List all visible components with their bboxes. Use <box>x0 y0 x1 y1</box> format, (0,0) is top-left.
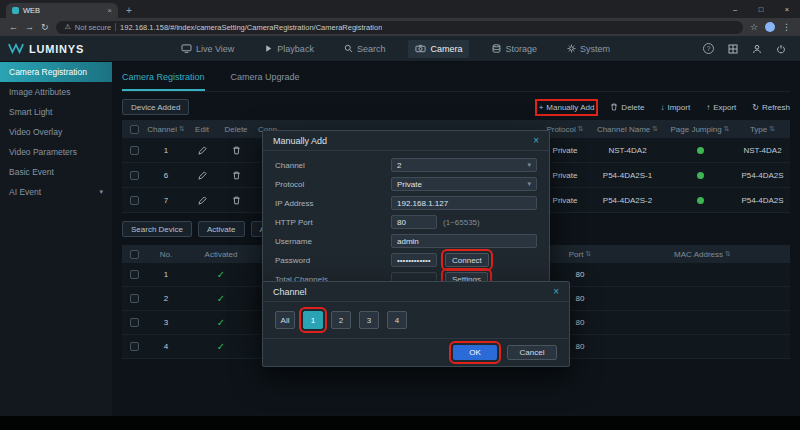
close-icon[interactable]: × <box>533 135 539 146</box>
nav-item-storage[interactable]: Storage <box>485 40 544 58</box>
ip-address-input[interactable]: 192.168.1.127 <box>391 196 537 210</box>
check-icon: ✓ <box>217 341 225 352</box>
select-all-checkbox[interactable] <box>130 250 139 259</box>
header-cell-mac[interactable]: MAC Address⇅ <box>615 245 790 263</box>
edit-icon[interactable] <box>198 171 207 180</box>
connect-button[interactable]: Connect <box>445 253 489 267</box>
nav-item-live-view[interactable]: Live View <box>174 40 241 58</box>
manually-add-button[interactable]: + Manually Add <box>539 103 595 112</box>
sort-icon[interactable]: ⇅ <box>652 125 658 133</box>
nav-item-camera[interactable]: Camera <box>408 40 469 58</box>
channel-option-all[interactable]: All <box>275 311 295 329</box>
row-checkbox[interactable] <box>130 270 139 279</box>
channel-option-4[interactable]: 4 <box>387 311 407 329</box>
cell-channel-name: NST-4DA2 <box>590 138 665 162</box>
header-cell-channel-name[interactable]: Channel Name⇅ <box>590 120 665 138</box>
channel-select[interactable]: 2 ▾ <box>391 158 537 172</box>
cell-select <box>122 335 146 358</box>
nav-item-search[interactable]: Search <box>337 40 393 58</box>
help-icon[interactable]: ? <box>703 43 714 54</box>
bookmark-star-icon[interactable]: ☆ <box>750 22 758 32</box>
minimize-button[interactable]: – <box>722 5 748 14</box>
user-icon[interactable] <box>752 44 762 54</box>
power-icon[interactable] <box>776 44 786 54</box>
password-input[interactable]: •••••••••••• <box>391 253 437 267</box>
channel-option-1[interactable]: 1 <box>303 311 323 329</box>
sidebar-item-smart-light[interactable]: Smart Light <box>0 102 112 122</box>
reload-button[interactable]: ↻ <box>41 22 49 32</box>
browser-menu-icon[interactable]: ⋮ <box>782 22 791 32</box>
channel-option-2[interactable]: 2 <box>331 311 351 329</box>
cell-edit <box>186 163 218 187</box>
new-tab-button[interactable]: + <box>126 5 132 18</box>
import-button[interactable]: ↓ Import <box>660 103 690 112</box>
header-cell-activated: Activated <box>186 245 256 263</box>
row-checkbox[interactable] <box>130 196 139 205</box>
maximize-button[interactable]: □ <box>748 5 774 14</box>
address-bar[interactable]: ⚠ Not secure 192.168.1.158/#/index/camer… <box>56 21 743 34</box>
search-device-button[interactable]: Search Device <box>122 221 192 237</box>
header-cell-channel[interactable]: Channel⇅ <box>146 120 186 138</box>
trash-icon[interactable] <box>232 196 241 205</box>
sidebar-item-ai-event[interactable]: AI Event▾ <box>0 182 112 202</box>
username-input[interactable]: admin <box>391 234 537 248</box>
layout-icon[interactable] <box>728 44 738 54</box>
back-button[interactable]: ← <box>9 22 18 32</box>
sidebar-item-video-parameters[interactable]: Video Parameters <box>0 142 112 162</box>
export-icon: ↑ <box>706 103 710 112</box>
row-checkbox[interactable] <box>130 294 139 303</box>
row-checkbox[interactable] <box>130 146 139 155</box>
refresh-icon: ↻ <box>752 103 759 112</box>
sidebar-item-image-attributes[interactable]: Image Attributes <box>0 82 112 102</box>
sidebar-item-basic-event[interactable]: Basic Event <box>0 162 112 182</box>
cell-mac <box>615 287 790 310</box>
header-cell-type[interactable]: Type⇅ <box>735 120 790 138</box>
http-port-input[interactable]: 80 <box>391 215 437 229</box>
browser-tab[interactable]: WEB × <box>6 3 118 18</box>
channel-options: All 1 2 3 4 <box>263 302 569 338</box>
bottom-strip <box>0 416 800 430</box>
refresh-button[interactable]: ↻ Refresh <box>752 103 790 112</box>
sort-icon[interactable]: ⇅ <box>578 125 584 133</box>
close-icon[interactable]: × <box>553 286 559 297</box>
forward-button[interactable]: → <box>25 22 34 32</box>
export-button[interactable]: ↑ Export <box>706 103 736 112</box>
window-controls: – □ × <box>722 0 800 18</box>
ok-button[interactable]: OK <box>453 345 497 360</box>
window-close-button[interactable]: × <box>774 5 800 14</box>
device-added-button[interactable]: Device Added <box>122 99 189 115</box>
sidebar-item-camera-registration[interactable]: Camera Registration <box>0 62 112 82</box>
row-checkbox[interactable] <box>130 318 139 327</box>
cancel-button[interactable]: Cancel <box>507 345 557 360</box>
dialog-title-bar: Manually Add × <box>263 131 549 151</box>
channel-option-3[interactable]: 3 <box>359 311 379 329</box>
profile-avatar[interactable] <box>765 22 775 32</box>
tab-camera-upgrade[interactable]: Camera Upgrade <box>231 72 300 91</box>
trash-icon <box>610 103 618 111</box>
sort-icon[interactable]: ⇅ <box>725 250 731 258</box>
activate-button[interactable]: Activate <box>198 221 244 237</box>
delete-button[interactable]: Delete <box>610 103 644 112</box>
trash-icon[interactable] <box>232 146 241 155</box>
trash-icon[interactable] <box>232 171 241 180</box>
sort-icon[interactable]: ⇅ <box>585 250 591 258</box>
row-checkbox[interactable] <box>130 342 139 351</box>
tab-camera-registration[interactable]: Camera Registration <box>122 72 205 91</box>
sort-icon[interactable]: ⇅ <box>724 125 730 133</box>
sort-icon[interactable]: ⇅ <box>179 125 185 133</box>
input-value: 192.168.1.127 <box>397 199 448 208</box>
select-all-checkbox[interactable] <box>130 125 139 134</box>
protocol-select[interactable]: Private ▾ <box>391 177 537 191</box>
nav-item-system[interactable]: System <box>560 40 617 58</box>
sort-icon[interactable]: ⇅ <box>769 125 775 133</box>
edit-icon[interactable] <box>198 196 207 205</box>
header-cell-port[interactable]: Port⇅ <box>545 245 615 263</box>
tab-close-icon[interactable]: × <box>107 6 112 15</box>
nav-item-playback[interactable]: Playback <box>257 40 321 58</box>
field-row: Channel 2 ▾ <box>263 156 549 174</box>
sidebar-item-video-overlay[interactable]: Video Overlay <box>0 122 112 142</box>
header-cell-page-jumping[interactable]: Page Jumping⇅ <box>665 120 735 138</box>
edit-icon[interactable] <box>198 146 207 155</box>
select-value: 2 <box>397 161 401 170</box>
row-checkbox[interactable] <box>130 171 139 180</box>
